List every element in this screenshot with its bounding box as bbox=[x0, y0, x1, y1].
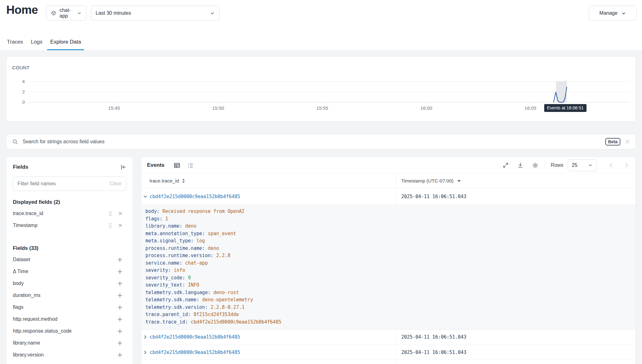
field-row[interactable]: flags bbox=[7, 301, 133, 313]
timestamp-value: 2025-04-11 16:06:51.043 bbox=[401, 350, 466, 355]
detail-value: 9 bbox=[188, 275, 191, 281]
add-field-icon[interactable] bbox=[117, 329, 123, 334]
column-header-trace-id[interactable]: trace.trace_id bbox=[141, 174, 396, 188]
field-row[interactable]: Dataset bbox=[7, 254, 133, 266]
close-search-icon[interactable] bbox=[625, 139, 630, 145]
chevron-right-icon[interactable] bbox=[143, 335, 148, 340]
table-view-icon[interactable] bbox=[173, 162, 181, 169]
field-row[interactable]: Δ Time bbox=[7, 266, 133, 277]
field-row[interactable]: library.name bbox=[7, 337, 133, 349]
field-row[interactable]: duration_ms bbox=[7, 289, 133, 301]
gridlines bbox=[28, 82, 630, 104]
toolbar-divider bbox=[545, 161, 545, 170]
field-row[interactable]: http.response.status_code bbox=[7, 325, 133, 337]
field-row[interactable]: body bbox=[7, 277, 133, 289]
field-row[interactable]: library.version bbox=[7, 349, 133, 361]
field-name: duration_ms bbox=[13, 293, 117, 298]
detail-line: process.runtime.version2.2.8 bbox=[145, 252, 629, 260]
x-axis-labels: 15:45 15:50 15:55 16:00 16:05 bbox=[108, 105, 536, 111]
rows-per-page-select[interactable]: 25 bbox=[568, 159, 597, 171]
add-field-icon[interactable] bbox=[117, 281, 123, 286]
detail-value: span_event bbox=[208, 231, 236, 236]
detail-line: meta.annotation_typespan_event bbox=[145, 230, 629, 238]
detail-value: deno bbox=[185, 223, 196, 229]
search-bar: Beta bbox=[6, 134, 636, 149]
add-field-icon[interactable] bbox=[117, 257, 123, 262]
displayed-fields-list: trace.trace_id Timestamp bbox=[7, 208, 133, 231]
detail-key: meta.annotation_type bbox=[145, 231, 208, 236]
tab-explore-data[interactable]: Explore Data bbox=[50, 34, 81, 50]
add-field-icon[interactable] bbox=[117, 352, 123, 358]
detail-value: log bbox=[197, 238, 205, 244]
time-range-select[interactable]: Last 30 minutes bbox=[91, 6, 219, 21]
detail-key: process.runtime.version bbox=[145, 253, 216, 258]
detail-value: 2.2.8 bbox=[216, 253, 230, 258]
event-row[interactable]: cbd4f2e215d0000c9eaa152b0b4f6485 2025-04… bbox=[141, 330, 635, 345]
x-tick-label: 16:00 bbox=[420, 105, 432, 111]
field-row[interactable]: http.request.method bbox=[7, 313, 133, 325]
add-field-icon[interactable] bbox=[117, 305, 123, 310]
detail-key: severity_text bbox=[145, 282, 188, 288]
dataset-select[interactable]: chat-app bbox=[46, 6, 86, 21]
collapse-left-icon[interactable] bbox=[120, 164, 126, 170]
trace-id-link[interactable]: cbd4f2e215d0000c9eaa152b0b4f6485 bbox=[150, 350, 240, 355]
detail-key: body bbox=[145, 208, 162, 214]
event-row[interactable]: cbd4f2e215d0000c9eaa152b0b4f6485 2025-04… bbox=[141, 345, 635, 360]
detail-key: meta.signal_type bbox=[145, 238, 197, 244]
sort-desc-icon[interactable] bbox=[457, 180, 461, 182]
detail-key: telemetry.sdk.language bbox=[145, 290, 213, 295]
column-header-label: Timestamp (UTC-07:00) bbox=[401, 178, 454, 184]
detail-value: info bbox=[174, 267, 185, 273]
count-chart-card: COUNT 4 2 0 15:45 15:50 15:55 16:00 16:0… bbox=[6, 56, 636, 122]
app-header: Home chat-app Last 30 minutes Manage Tra… bbox=[0, 0, 642, 50]
chevron-down-icon bbox=[588, 163, 592, 167]
chevron-down-icon bbox=[77, 11, 82, 15]
event-row-expanded[interactable]: cbd4f2e215d0000c9eaa152b0b4f6485 2025-04… bbox=[141, 188, 635, 205]
list-view-icon[interactable] bbox=[187, 162, 194, 169]
count-chart[interactable]: 4 2 0 15:45 15:50 15:55 16:00 16:05 bbox=[7, 57, 636, 122]
detail-value: cbd4f2e215d0000c9eaa152b0b4f6485 bbox=[191, 319, 282, 325]
add-field-icon[interactable] bbox=[117, 317, 123, 322]
rows-per-page-value: 25 bbox=[572, 162, 577, 168]
trace-id-link[interactable]: cbd4f2e215d0000c9eaa152b0b4f6485 bbox=[150, 194, 240, 199]
detail-value: chat-app bbox=[185, 260, 208, 266]
remove-field-icon[interactable] bbox=[118, 211, 123, 216]
field-name: http.request.method bbox=[13, 316, 117, 322]
chevron-right-icon[interactable] bbox=[143, 350, 148, 355]
filter-clear-button[interactable]: Clear bbox=[110, 181, 122, 187]
remove-field-icon[interactable] bbox=[118, 223, 123, 228]
tab-logs[interactable]: Logs bbox=[31, 34, 42, 50]
displayed-field-row[interactable]: Timestamp bbox=[7, 219, 133, 231]
y-tick-label: 2 bbox=[22, 89, 25, 94]
sort-both-icon[interactable] bbox=[182, 179, 185, 183]
expand-icon[interactable] bbox=[503, 162, 509, 168]
settings-gear-icon[interactable] bbox=[532, 162, 539, 169]
drag-handle-icon[interactable] bbox=[109, 223, 112, 228]
next-page-icon[interactable] bbox=[624, 162, 630, 168]
detail-value: Received response from OpenAI bbox=[162, 208, 245, 214]
dataset-select-value: chat-app bbox=[60, 8, 74, 19]
add-field-icon[interactable] bbox=[117, 293, 123, 298]
detail-line: trace.trace_idcbd4f2e215d0000c9eaa152b0b… bbox=[145, 319, 629, 326]
add-field-icon[interactable] bbox=[117, 269, 123, 274]
download-icon[interactable] bbox=[517, 162, 524, 168]
y-tick-label: 0 bbox=[22, 99, 25, 105]
field-filter-input[interactable] bbox=[18, 181, 107, 187]
detail-key: flags bbox=[145, 216, 165, 222]
column-header-timestamp[interactable]: Timestamp (UTC-07:00) bbox=[396, 174, 635, 188]
displayed-field-row[interactable]: trace.trace_id bbox=[7, 208, 133, 219]
trace-id-link[interactable]: cbd4f2e215d0000c9eaa152b0b4f6485 bbox=[150, 334, 240, 340]
detail-value: INFO bbox=[188, 282, 199, 288]
prev-page-icon[interactable] bbox=[608, 162, 614, 168]
detail-key: service.name bbox=[145, 260, 185, 266]
manage-button[interactable]: Manage bbox=[589, 6, 637, 21]
detail-key: trace.trace_id bbox=[145, 319, 191, 325]
drag-handle-icon[interactable] bbox=[109, 211, 112, 216]
tab-traces[interactable]: Traces bbox=[7, 34, 23, 50]
all-fields-title: Fields (33) bbox=[7, 245, 133, 251]
beta-badge: Beta bbox=[605, 138, 620, 145]
search-input[interactable] bbox=[23, 139, 601, 145]
chevron-down-icon[interactable] bbox=[143, 194, 148, 199]
add-field-icon[interactable] bbox=[117, 340, 123, 346]
column-header-label: trace.trace_id bbox=[150, 178, 179, 184]
